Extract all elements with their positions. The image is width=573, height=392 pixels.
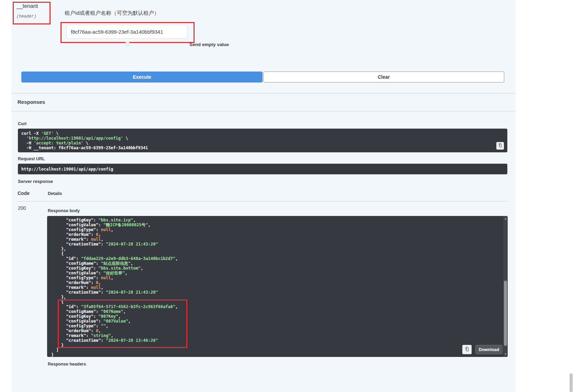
clear-button[interactable]: Clear bbox=[263, 72, 504, 83]
code-line: } bbox=[51, 352, 497, 357]
code-line: { bbox=[51, 251, 497, 256]
response-headers-label: Response headers bbox=[48, 362, 86, 367]
code-line: "configName": "007Name", bbox=[51, 309, 497, 314]
code-line: "configType": null, bbox=[51, 227, 497, 232]
page-scrollbar-thumb[interactable] bbox=[570, 373, 573, 392]
scroll-up-icon[interactable]: ▲ bbox=[503, 217, 508, 221]
request-url-value: http://localhost:19001/api/app/config bbox=[21, 167, 113, 172]
divider bbox=[18, 201, 507, 202]
code-line: "orderNum": 0, bbox=[51, 328, 497, 333]
response-code-header: Code bbox=[18, 190, 30, 196]
request-url-block: http://localhost:19001/api/app/config bbox=[18, 164, 507, 174]
code-line: "remark": null, bbox=[51, 285, 497, 290]
curl-label: Curl bbox=[18, 121, 26, 126]
send-empty-label: Send empty value bbox=[189, 42, 229, 47]
parameter-description: 租户id或者租户名称（可空为默认租户） bbox=[65, 10, 159, 17]
curl-copy-button[interactable] bbox=[496, 142, 504, 150]
code-line: "creationTime": "2024-07-28 21:43:20" bbox=[51, 242, 497, 247]
request-url-label: Request URL bbox=[18, 156, 45, 161]
code-line: { bbox=[51, 300, 497, 304]
code-line: } bbox=[51, 343, 497, 348]
tenant-input[interactable] bbox=[66, 25, 187, 39]
code-line: "creationTime": "2024-07-28 13:46:26" bbox=[51, 338, 497, 343]
responses-title: Responses bbox=[18, 99, 45, 105]
download-button[interactable]: Download bbox=[475, 345, 503, 354]
code-line: "orderNum": 0, bbox=[51, 280, 497, 285]
code-line: -H 'accept: text/plain' \ bbox=[21, 141, 494, 145]
scroll-down-icon[interactable]: ▼ bbox=[503, 352, 508, 356]
response-copy-button[interactable] bbox=[462, 345, 472, 354]
code-line: }, bbox=[51, 247, 497, 251]
clipboard-icon bbox=[465, 347, 470, 352]
server-response-label: Server response bbox=[18, 179, 53, 184]
get-opblock-body: __tenant (header) 租户id或者租户名称（可空为默认租户） Se… bbox=[11, 0, 516, 392]
code-line: curl -X 'GET' \ bbox=[21, 131, 494, 136]
clipboard-icon bbox=[498, 143, 503, 149]
code-line: "remark": null, bbox=[51, 237, 497, 242]
send-empty-checkbox[interactable] bbox=[125, 42, 130, 46]
code-line: }, bbox=[51, 295, 497, 300]
code-line: "remark": "string", bbox=[51, 333, 497, 338]
response-body-block: "configKey": "bbs.site.icp", "configValu… bbox=[47, 216, 508, 357]
code-line: 'http://localhost:19001/api/app/config' … bbox=[21, 136, 494, 141]
divider bbox=[11, 111, 516, 111]
scrollbar-thumb[interactable] bbox=[504, 281, 507, 346]
code-line: "configKey": "bbs.site.bottom", bbox=[51, 266, 497, 271]
parameter-location: (header) bbox=[16, 14, 36, 19]
curl-code-block: curl -X 'GET' \ 'http://localhost:19001/… bbox=[18, 129, 507, 152]
code-line: -H __tenant: f8cf76aa-ac59-6399-23ef-3a1… bbox=[21, 145, 494, 150]
code-line: "configKey": "bbs.site.icp", bbox=[51, 218, 497, 222]
response-body-label: Response body bbox=[48, 208, 80, 213]
code-line: "configValue": "你好世界", bbox=[51, 271, 497, 275]
parameter-name: __tenant bbox=[16, 3, 38, 9]
status-code: 200 bbox=[18, 205, 26, 211]
code-line: "configType": "", bbox=[51, 324, 497, 328]
code-line: ] bbox=[51, 348, 497, 352]
code-line: "orderNum": 0, bbox=[51, 232, 497, 237]
code-line: "configValue": "007Value", bbox=[51, 319, 497, 324]
code-line: "configKey": "007Key", bbox=[51, 314, 497, 319]
response-details-header: Details bbox=[48, 191, 62, 196]
execute-button[interactable]: Execute bbox=[21, 72, 263, 83]
code-line: "configValue": "赣ICP备20008025号", bbox=[51, 222, 497, 227]
swagger-ui-page: __tenant (header) 租户id或者租户名称（可空为默认租户） Se… bbox=[0, 0, 573, 392]
code-line: "creationTime": "2024-07-28 21:43:20" bbox=[51, 290, 497, 295]
code-line: "configType": null, bbox=[51, 275, 497, 280]
code-line: "id": "fddae229-a2e9-ddb3-648a-3a140bc1b… bbox=[51, 256, 497, 261]
response-body-scrollbar[interactable]: ▲▼ bbox=[503, 216, 508, 357]
divider bbox=[11, 93, 516, 94]
code-line: "configName": "站点底部信息", bbox=[51, 261, 497, 266]
code-line: "id": "3fa85f64-5717-4562-b3fc-2c963f66a… bbox=[51, 304, 497, 309]
